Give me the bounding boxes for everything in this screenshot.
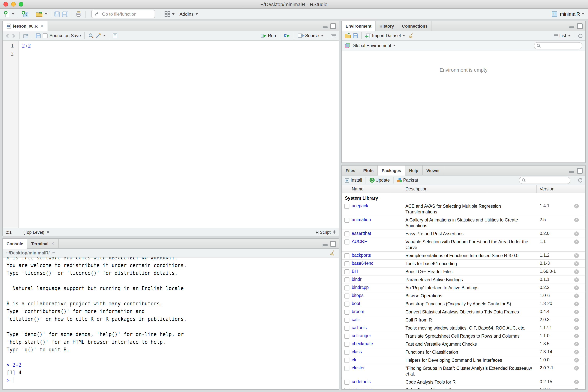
package-checkbox[interactable] [344,326,349,331]
remove-package-icon[interactable]: ✕ [574,240,578,244]
package-checkbox[interactable] [344,310,349,314]
goto-directory-icon[interactable] [52,251,56,255]
source-on-save-checkbox[interactable] [43,33,48,38]
clear-console-icon[interactable] [330,250,335,256]
zoom-window-button[interactable] [19,2,24,6]
save-button[interactable] [55,11,60,17]
goto-file-input[interactable] [101,11,145,17]
tab-packages[interactable]: Packages [378,166,405,176]
package-name-link[interactable]: base64enc [352,260,402,266]
package-name-link[interactable]: colorspace [352,387,402,389]
column-header-version[interactable]: Version [537,185,567,193]
remove-package-icon[interactable]: ✕ [574,232,578,236]
minimize-pane-icon[interactable] [323,244,328,246]
terminal-tab-close-icon[interactable]: ✕ [51,242,55,246]
package-checkbox[interactable] [344,358,349,363]
column-header-name[interactable]: Name [342,185,402,193]
package-name-link[interactable]: cli [352,357,402,362]
package-checkbox[interactable] [344,342,349,347]
minimize-pane-icon[interactable] [323,26,328,28]
print-button[interactable] [76,11,82,17]
package-checkbox[interactable] [344,318,349,323]
clear-environment-icon[interactable] [409,33,414,38]
package-name-link[interactable]: acepack [352,203,402,208]
document-outline-icon[interactable] [331,34,336,38]
package-name-link[interactable]: animation [352,217,402,222]
remove-package-icon[interactable]: ✕ [574,286,578,290]
refresh-environment-icon[interactable] [578,33,583,38]
package-checkbox[interactable] [344,218,349,223]
remove-package-icon[interactable]: ✕ [574,366,578,370]
column-header-description[interactable]: Description [402,185,537,193]
package-name-link[interactable]: bindrcpp [352,285,402,290]
minimize-window-button[interactable] [11,2,16,6]
package-name-link[interactable]: callr [352,317,402,322]
remove-package-icon[interactable]: ✕ [574,342,578,346]
package-checkbox[interactable] [344,204,349,209]
open-file-button[interactable] [36,11,47,17]
remove-package-icon[interactable]: ✕ [574,388,578,389]
maximize-pane-icon[interactable] [577,23,583,29]
remove-package-icon[interactable]: ✕ [574,358,578,362]
minimize-pane-icon[interactable] [569,171,574,173]
remove-package-icon[interactable]: ✕ [574,278,578,282]
remove-package-icon[interactable]: ✕ [574,310,578,314]
package-checkbox[interactable] [344,261,349,266]
package-name-link[interactable]: codetools [352,379,402,384]
packages-search-input[interactable] [527,178,560,183]
remove-package-icon[interactable]: ✕ [574,326,578,330]
tab-terminal[interactable]: Terminal ✕ [28,239,59,248]
tab-connections[interactable]: Connections [398,21,432,31]
maximize-pane-icon[interactable] [330,241,336,247]
tab-viewer[interactable]: Viewer [423,166,444,175]
packages-search[interactable] [519,176,570,184]
package-checkbox[interactable] [344,232,349,236]
popout-window-icon[interactable] [23,33,28,38]
package-name-link[interactable]: bitops [352,293,402,298]
package-name-link[interactable]: caTools [352,325,402,330]
tab-history[interactable]: History [376,21,398,31]
remove-package-icon[interactable]: ✕ [574,253,578,258]
tab-environment[interactable]: Environment [342,21,376,31]
project-menu-button[interactable]: R minimalR [551,11,584,17]
back-icon[interactable] [5,34,10,38]
package-checkbox[interactable] [344,278,349,282]
remove-package-icon[interactable]: ✕ [574,350,578,354]
environment-search-input[interactable] [542,43,574,48]
package-checkbox[interactable] [344,380,349,385]
pane-layout-button[interactable] [165,11,174,17]
package-checkbox[interactable] [344,302,349,306]
remove-package-icon[interactable]: ✕ [574,318,578,322]
scope-selector[interactable]: (Top Level) [24,230,49,234]
tab-files[interactable]: Files [342,166,359,175]
package-name-link[interactable]: cluster [352,365,402,370]
editor-code[interactable]: 2+2 [19,40,31,228]
environment-search[interactable] [534,42,582,49]
package-checkbox[interactable] [344,294,349,298]
package-name-link[interactable]: bindr [352,277,402,282]
remove-package-icon[interactable]: ✕ [574,334,578,338]
remove-package-icon[interactable]: ✕ [574,380,578,384]
remove-package-icon[interactable]: ✕ [574,270,578,274]
remove-package-icon[interactable]: ✕ [574,218,578,222]
install-button[interactable]: Install [345,178,362,182]
minimize-pane-icon[interactable] [569,26,574,28]
package-name-link[interactable]: boot [352,301,402,306]
package-name-link[interactable]: checkmate [352,341,402,346]
console-scroll-area[interactable]: R is free software and comes with ABSOLU… [3,258,339,389]
filetype-selector[interactable]: R Script [316,230,336,234]
compile-report-icon[interactable] [113,33,117,38]
new-file-button[interactable] [4,11,14,17]
find-icon[interactable] [88,33,94,38]
package-checkbox[interactable] [344,388,349,389]
update-button[interactable]: Update [369,178,390,183]
package-name-link[interactable]: AUCRF [352,239,402,244]
goto-file-search[interactable] [91,10,155,18]
editor-body[interactable]: 12 2+2 [3,40,339,228]
source-button[interactable]: Source [298,33,323,38]
package-checkbox[interactable] [344,286,349,290]
forward-icon[interactable] [12,34,16,38]
packages-table[interactable]: System Library acepackACE and AVAS for S… [342,193,585,389]
package-checkbox[interactable] [344,366,349,371]
close-window-button[interactable] [4,2,8,6]
